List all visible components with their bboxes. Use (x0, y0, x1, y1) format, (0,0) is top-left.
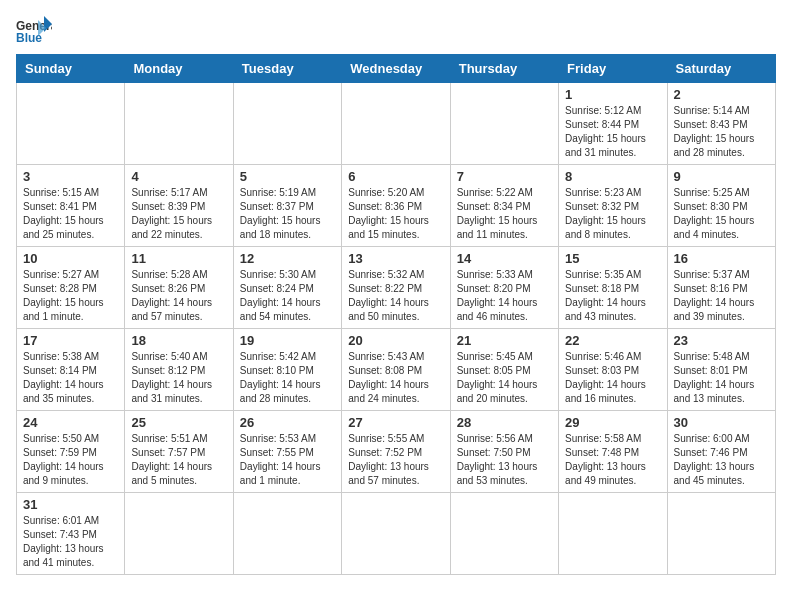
generalblue-logo-icon: General Blue (16, 16, 52, 46)
day-number: 4 (131, 169, 226, 184)
calendar-cell: 24Sunrise: 5:50 AM Sunset: 7:59 PM Dayli… (17, 411, 125, 493)
calendar-cell: 12Sunrise: 5:30 AM Sunset: 8:24 PM Dayli… (233, 247, 341, 329)
day-info: Sunrise: 5:56 AM Sunset: 7:50 PM Dayligh… (457, 432, 552, 488)
weekday-header-row: SundayMondayTuesdayWednesdayThursdayFrid… (17, 55, 776, 83)
day-number: 10 (23, 251, 118, 266)
day-number: 27 (348, 415, 443, 430)
calendar-cell (125, 83, 233, 165)
day-number: 8 (565, 169, 660, 184)
day-number: 7 (457, 169, 552, 184)
day-number: 28 (457, 415, 552, 430)
calendar-cell (125, 493, 233, 575)
day-info: Sunrise: 5:30 AM Sunset: 8:24 PM Dayligh… (240, 268, 335, 324)
calendar-cell (559, 493, 667, 575)
day-number: 2 (674, 87, 769, 102)
day-info: Sunrise: 5:37 AM Sunset: 8:16 PM Dayligh… (674, 268, 769, 324)
weekday-header-tuesday: Tuesday (233, 55, 341, 83)
day-number: 13 (348, 251, 443, 266)
day-number: 9 (674, 169, 769, 184)
day-number: 5 (240, 169, 335, 184)
calendar-cell: 1Sunrise: 5:12 AM Sunset: 8:44 PM Daylig… (559, 83, 667, 165)
day-number: 30 (674, 415, 769, 430)
day-number: 24 (23, 415, 118, 430)
logo: General Blue (16, 16, 52, 46)
day-info: Sunrise: 5:43 AM Sunset: 8:08 PM Dayligh… (348, 350, 443, 406)
calendar-cell: 22Sunrise: 5:46 AM Sunset: 8:03 PM Dayli… (559, 329, 667, 411)
day-number: 16 (674, 251, 769, 266)
calendar-cell: 6Sunrise: 5:20 AM Sunset: 8:36 PM Daylig… (342, 165, 450, 247)
calendar-cell: 11Sunrise: 5:28 AM Sunset: 8:26 PM Dayli… (125, 247, 233, 329)
calendar-cell: 26Sunrise: 5:53 AM Sunset: 7:55 PM Dayli… (233, 411, 341, 493)
calendar-cell: 4Sunrise: 5:17 AM Sunset: 8:39 PM Daylig… (125, 165, 233, 247)
calendar-cell: 18Sunrise: 5:40 AM Sunset: 8:12 PM Dayli… (125, 329, 233, 411)
calendar-cell: 19Sunrise: 5:42 AM Sunset: 8:10 PM Dayli… (233, 329, 341, 411)
day-info: Sunrise: 6:00 AM Sunset: 7:46 PM Dayligh… (674, 432, 769, 488)
calendar-table: SundayMondayTuesdayWednesdayThursdayFrid… (16, 54, 776, 575)
day-info: Sunrise: 5:50 AM Sunset: 7:59 PM Dayligh… (23, 432, 118, 488)
weekday-header-sunday: Sunday (17, 55, 125, 83)
calendar-cell: 21Sunrise: 5:45 AM Sunset: 8:05 PM Dayli… (450, 329, 558, 411)
calendar-cell: 2Sunrise: 5:14 AM Sunset: 8:43 PM Daylig… (667, 83, 775, 165)
day-number: 23 (674, 333, 769, 348)
day-info: Sunrise: 5:32 AM Sunset: 8:22 PM Dayligh… (348, 268, 443, 324)
day-info: Sunrise: 5:19 AM Sunset: 8:37 PM Dayligh… (240, 186, 335, 242)
day-info: Sunrise: 5:58 AM Sunset: 7:48 PM Dayligh… (565, 432, 660, 488)
calendar-week-5: 24Sunrise: 5:50 AM Sunset: 7:59 PM Dayli… (17, 411, 776, 493)
weekday-header-thursday: Thursday (450, 55, 558, 83)
calendar-cell (342, 493, 450, 575)
day-info: Sunrise: 6:01 AM Sunset: 7:43 PM Dayligh… (23, 514, 118, 570)
day-number: 26 (240, 415, 335, 430)
calendar-cell: 10Sunrise: 5:27 AM Sunset: 8:28 PM Dayli… (17, 247, 125, 329)
calendar-cell: 30Sunrise: 6:00 AM Sunset: 7:46 PM Dayli… (667, 411, 775, 493)
day-number: 15 (565, 251, 660, 266)
day-info: Sunrise: 5:46 AM Sunset: 8:03 PM Dayligh… (565, 350, 660, 406)
day-number: 14 (457, 251, 552, 266)
day-info: Sunrise: 5:25 AM Sunset: 8:30 PM Dayligh… (674, 186, 769, 242)
calendar-cell: 27Sunrise: 5:55 AM Sunset: 7:52 PM Dayli… (342, 411, 450, 493)
calendar-cell: 28Sunrise: 5:56 AM Sunset: 7:50 PM Dayli… (450, 411, 558, 493)
day-number: 18 (131, 333, 226, 348)
day-info: Sunrise: 5:23 AM Sunset: 8:32 PM Dayligh… (565, 186, 660, 242)
calendar-cell: 29Sunrise: 5:58 AM Sunset: 7:48 PM Dayli… (559, 411, 667, 493)
calendar-cell: 20Sunrise: 5:43 AM Sunset: 8:08 PM Dayli… (342, 329, 450, 411)
day-number: 19 (240, 333, 335, 348)
day-info: Sunrise: 5:28 AM Sunset: 8:26 PM Dayligh… (131, 268, 226, 324)
day-info: Sunrise: 5:53 AM Sunset: 7:55 PM Dayligh… (240, 432, 335, 488)
calendar-week-2: 3Sunrise: 5:15 AM Sunset: 8:41 PM Daylig… (17, 165, 776, 247)
day-number: 17 (23, 333, 118, 348)
calendar-week-4: 17Sunrise: 5:38 AM Sunset: 8:14 PM Dayli… (17, 329, 776, 411)
calendar-cell (667, 493, 775, 575)
calendar-cell: 14Sunrise: 5:33 AM Sunset: 8:20 PM Dayli… (450, 247, 558, 329)
day-number: 25 (131, 415, 226, 430)
day-info: Sunrise: 5:55 AM Sunset: 7:52 PM Dayligh… (348, 432, 443, 488)
day-info: Sunrise: 5:40 AM Sunset: 8:12 PM Dayligh… (131, 350, 226, 406)
day-number: 6 (348, 169, 443, 184)
calendar-cell: 13Sunrise: 5:32 AM Sunset: 8:22 PM Dayli… (342, 247, 450, 329)
day-info: Sunrise: 5:15 AM Sunset: 8:41 PM Dayligh… (23, 186, 118, 242)
calendar-week-3: 10Sunrise: 5:27 AM Sunset: 8:28 PM Dayli… (17, 247, 776, 329)
weekday-header-monday: Monday (125, 55, 233, 83)
calendar-cell: 7Sunrise: 5:22 AM Sunset: 8:34 PM Daylig… (450, 165, 558, 247)
day-info: Sunrise: 5:17 AM Sunset: 8:39 PM Dayligh… (131, 186, 226, 242)
calendar-cell: 25Sunrise: 5:51 AM Sunset: 7:57 PM Dayli… (125, 411, 233, 493)
day-number: 22 (565, 333, 660, 348)
calendar-cell: 9Sunrise: 5:25 AM Sunset: 8:30 PM Daylig… (667, 165, 775, 247)
calendar-cell: 31Sunrise: 6:01 AM Sunset: 7:43 PM Dayli… (17, 493, 125, 575)
day-info: Sunrise: 5:42 AM Sunset: 8:10 PM Dayligh… (240, 350, 335, 406)
weekday-header-wednesday: Wednesday (342, 55, 450, 83)
day-info: Sunrise: 5:38 AM Sunset: 8:14 PM Dayligh… (23, 350, 118, 406)
day-info: Sunrise: 5:22 AM Sunset: 8:34 PM Dayligh… (457, 186, 552, 242)
day-info: Sunrise: 5:45 AM Sunset: 8:05 PM Dayligh… (457, 350, 552, 406)
day-info: Sunrise: 5:27 AM Sunset: 8:28 PM Dayligh… (23, 268, 118, 324)
day-info: Sunrise: 5:48 AM Sunset: 8:01 PM Dayligh… (674, 350, 769, 406)
calendar-cell (450, 83, 558, 165)
day-info: Sunrise: 5:35 AM Sunset: 8:18 PM Dayligh… (565, 268, 660, 324)
day-number: 21 (457, 333, 552, 348)
calendar-cell: 8Sunrise: 5:23 AM Sunset: 8:32 PM Daylig… (559, 165, 667, 247)
calendar-cell (233, 493, 341, 575)
day-number: 29 (565, 415, 660, 430)
calendar-cell: 5Sunrise: 5:19 AM Sunset: 8:37 PM Daylig… (233, 165, 341, 247)
day-number: 3 (23, 169, 118, 184)
weekday-header-saturday: Saturday (667, 55, 775, 83)
calendar-cell: 17Sunrise: 5:38 AM Sunset: 8:14 PM Dayli… (17, 329, 125, 411)
